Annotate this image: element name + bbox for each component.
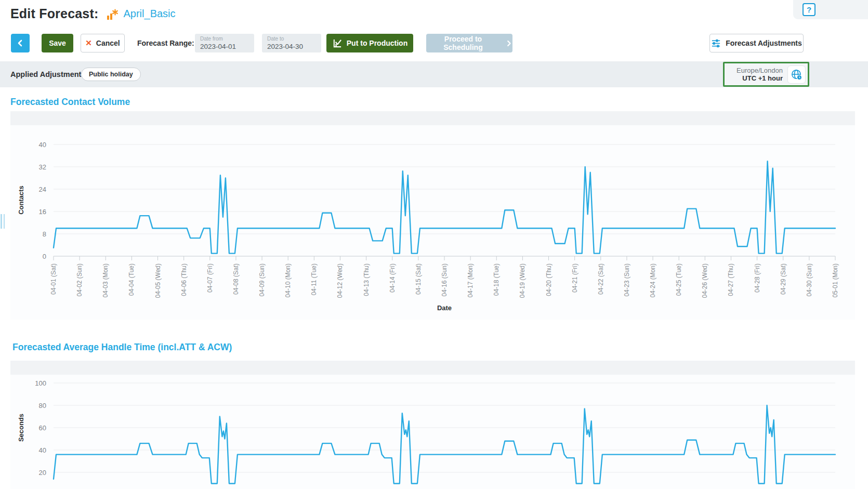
applied-adjustments-label: Applied Adjustments: — [10, 61, 88, 87]
contact-volume-chart-canvas[interactable]: 081624324004-01 (Sat)04-02 (Sun)04-03 (M… — [10, 111, 855, 320]
y-tick-label: 24 — [39, 186, 46, 193]
date-to-value: 2023-04-30 — [267, 43, 303, 50]
x-tick-label: 04-01 (Sat) — [50, 263, 57, 295]
help-icon[interactable]: ? — [803, 3, 816, 16]
x-tick-label: 04-17 (Mon) — [467, 263, 474, 297]
x-tick-label: 04-14 (Fri) — [389, 263, 396, 293]
date-from-label: Date from — [200, 36, 223, 42]
date-to-label: Date to — [267, 36, 284, 42]
timezone-globe-button[interactable] — [787, 65, 806, 84]
x-tick-label: 04-22 (Sat) — [597, 263, 604, 295]
x-tick-label: 04-20 (Thu) — [545, 263, 553, 296]
x-tick-label: 04-30 (Sun) — [806, 263, 813, 296]
y-tick-label: 20 — [39, 469, 46, 477]
aht-chart-title: Forecasted Average Handle Time (incl.ATT… — [12, 342, 232, 353]
x-tick-label: 04-11 (Tue) — [310, 263, 318, 295]
x-tick-label: 04-02 (Sun) — [76, 263, 83, 296]
page-title: Edit Forecast: — [10, 6, 99, 21]
forecast-chart-icon — [106, 9, 119, 21]
forecast-range-label: Forecast Range: — [137, 34, 195, 52]
x-tick-label: 04-08 (Sat) — [232, 263, 240, 295]
x-tick-label: 04-04 (Tue) — [128, 263, 135, 296]
drawer-handle[interactable] — [1, 214, 5, 229]
x-tick-label: 04-03 (Mon) — [102, 263, 109, 297]
timezone-box: Europe/London UTC +1 hour — [723, 62, 809, 87]
x-axis-label: Date — [437, 304, 452, 312]
chevron-right-icon — [505, 39, 512, 47]
x-tick-label: 04-15 (Sat) — [415, 263, 422, 295]
x-tick-label: 04-16 (Sun) — [441, 263, 448, 296]
y-tick-label: 40 — [39, 141, 46, 149]
edit-forecast-page: { "header": { "title": "Edit Forecast:",… — [0, 0, 868, 489]
forecast-adjustments-label: Forecast Adjustments — [726, 39, 802, 47]
y-tick-label: 0 — [43, 253, 46, 260]
date-from-field[interactable]: Date from 2023-04-01 — [195, 34, 254, 52]
x-tick-label: 04-27 (Thu) — [727, 263, 734, 296]
chevron-left-icon — [16, 39, 24, 47]
forecast-series-line — [54, 405, 835, 484]
back-button[interactable] — [11, 34, 30, 52]
date-from-value: 2023-04-01 — [200, 43, 236, 50]
y-tick-label: 60 — [39, 424, 46, 432]
proceed-to-scheduling-button[interactable]: Proceed to Scheduling — [426, 34, 512, 52]
x-tick-label: 04-29 (Sat) — [780, 263, 787, 295]
production-chart-check-icon — [332, 38, 342, 48]
globe-icon — [791, 69, 803, 81]
y-tick-label: 40 — [39, 446, 46, 454]
x-tick-label: 04-24 (Mon) — [649, 263, 656, 297]
y-axis-label: Seconds — [17, 414, 25, 442]
x-tick-label: 04-19 (Wed) — [519, 263, 526, 298]
y-tick-label: 16 — [39, 208, 46, 216]
forecast-adjustments-button[interactable]: Forecast Adjustments — [709, 34, 804, 52]
y-tick-label: 32 — [39, 163, 46, 171]
adjustment-chip-public-holiday[interactable]: Public holiday — [81, 68, 141, 81]
cancel-label: Cancel — [96, 39, 120, 47]
x-tick-label: 04-23 (Sun) — [623, 263, 630, 296]
aht-chart-canvas[interactable]: 20406080100Seconds — [10, 361, 855, 489]
forecast-series-line — [54, 161, 835, 253]
y-tick-label: 100 — [35, 379, 46, 387]
x-tick-label: 04-06 (Thu) — [180, 263, 188, 296]
sliders-icon — [711, 38, 721, 48]
save-button[interactable]: Save — [42, 34, 73, 52]
timezone-text: Europe/London UTC +1 hour — [737, 67, 783, 82]
date-to-field[interactable]: Date to 2023-04-30 — [262, 34, 321, 52]
x-tick-label: 04-21 (Fri) — [571, 263, 578, 293]
page-header: Edit Forecast: April_Basic — [10, 6, 176, 21]
x-tick-label: 04-12 (Wed) — [336, 263, 344, 298]
timezone-zone: Europe/London — [737, 67, 783, 74]
y-tick-label: 80 — [39, 402, 46, 409]
aht-chart-card: 20406080100Seconds — [10, 361, 855, 489]
x-tick-label: 04-07 (Fri) — [206, 263, 214, 293]
x-tick-label: 04-26 (Wed) — [701, 263, 708, 298]
contact-volume-chart-title: Forecasted Contact Volume — [10, 97, 130, 108]
y-axis-label: Contacts — [17, 186, 25, 215]
x-tick-label: 04-09 (Sun) — [258, 263, 266, 296]
put-to-production-button[interactable]: Put to Production — [326, 34, 413, 52]
forecast-name-link[interactable]: April_Basic — [124, 8, 176, 20]
timezone-offset: UTC +1 hour — [737, 74, 783, 82]
x-tick-label: 05-01 (Mon) — [832, 263, 839, 297]
x-tick-label: 04-28 (Fri) — [754, 263, 761, 293]
x-tick-label: 04-18 (Tue) — [493, 263, 500, 296]
cancel-x-icon: ✕ — [85, 38, 92, 48]
proceed-label: Proceed to Scheduling — [426, 35, 500, 51]
x-tick-label: 04-10 (Mon) — [284, 263, 292, 297]
help-panel: ? — [793, 0, 868, 19]
x-tick-label: 04-25 (Tue) — [675, 263, 682, 296]
put-to-production-label: Put to Production — [347, 39, 407, 47]
y-tick-label: 8 — [43, 230, 46, 238]
cancel-button[interactable]: ✕ Cancel — [81, 34, 125, 52]
x-tick-label: 04-05 (Wed) — [154, 263, 162, 298]
x-tick-label: 04-13 (Thu) — [363, 263, 370, 296]
contact-volume-chart-card: 081624324004-01 (Sat)04-02 (Sun)04-03 (M… — [10, 111, 855, 320]
